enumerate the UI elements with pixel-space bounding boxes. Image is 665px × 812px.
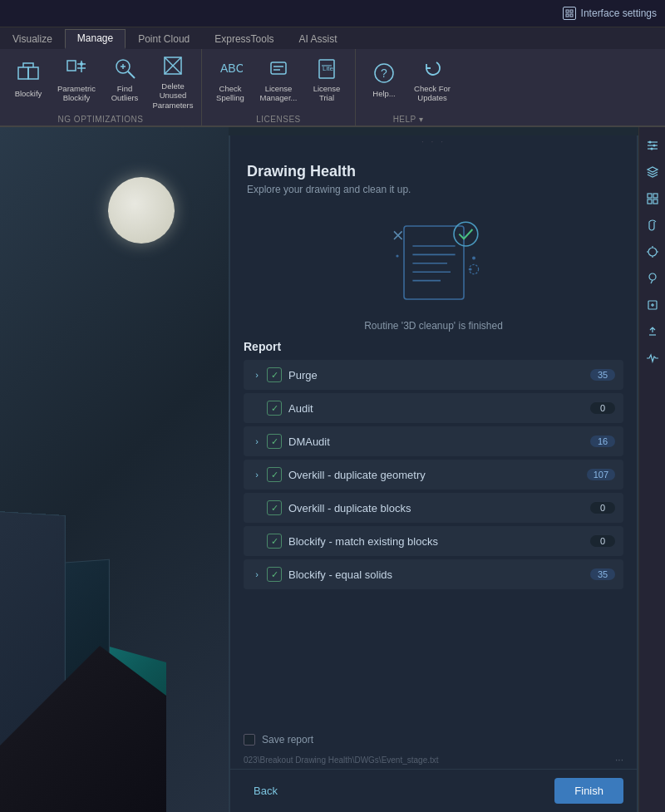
report-item-dmaudit[interactable]: › ✓ DMAudit 16 (244, 426, 623, 456)
item-label-blockify-equal: Blockify - equal solids (288, 568, 590, 581)
item-count-blockify-equal: 35 (590, 568, 615, 580)
drawing-health-panel: · · · Drawing Health Explore your drawin… (229, 135, 638, 812)
item-label-dmaudit: DMAudit (288, 436, 590, 448)
svg-rect-32 (648, 199, 652, 204)
back-button[interactable]: Back (244, 780, 288, 802)
check-icon-overkill-blocks: ✓ (267, 500, 282, 515)
blockify-button[interactable]: Blockify (5, 49, 52, 109)
ribbon-group-licenses: ABC Check Spelling License Manager... (202, 49, 356, 125)
ribbon-group-help: ? Help... Check For Updates HELP ▾ (356, 49, 461, 125)
help-group-label: HELP ▾ (361, 113, 456, 125)
tab-visualize[interactable]: Visualize (0, 29, 65, 49)
delete-unused-params-icon (160, 52, 186, 79)
drawing-shapes (0, 127, 229, 812)
sliders-icon[interactable] (641, 134, 664, 157)
grid-icon[interactable] (641, 187, 664, 210)
report-item-blockify-match[interactable]: › ✓ Blockify - match existing blocks 0 (244, 526, 623, 556)
tab-manage[interactable]: Manage (65, 29, 126, 49)
help-button[interactable]: ? Help... (361, 49, 407, 109)
svg-rect-4 (18, 67, 28, 79)
check-icon-audit: ✓ (267, 401, 282, 416)
svg-rect-6 (67, 61, 76, 71)
ribbon-group-items-optimizations: Blockify Parametric Blockify (5, 49, 196, 113)
item-count-dmaudit: 16 (590, 436, 615, 447)
delete-unused-params-label: Delete Unused Parameters (151, 81, 195, 110)
top-bar: Interface settings (0, 0, 665, 27)
check-spelling-label: Check Spelling (209, 84, 252, 103)
help-label: Help... (372, 89, 395, 98)
file-path-text: 023\Breakout Drawing Health\DWGs\Event_s… (244, 755, 610, 765)
interface-settings-link[interactable]: Interface settings (563, 7, 657, 20)
parametric-blockify-label: Parametric Blockify (55, 84, 98, 103)
delete-unused-params-button[interactable]: Delete Unused Parameters (150, 49, 196, 113)
item-label-purge: Purge (288, 369, 590, 381)
licenses-group-label: LICENSES (207, 113, 350, 125)
license-trial-button[interactable]: Lite License Trial (303, 49, 350, 109)
check-icon-overkill-geom: ✓ (267, 467, 282, 482)
report-section: Report › ✓ Purge 35 › ✓ Audit 0 › ✓ DMAu… (230, 337, 637, 729)
svg-rect-31 (653, 194, 658, 198)
item-label-audit: Audit (288, 402, 590, 415)
save-report-checkbox[interactable] (244, 734, 255, 746)
tab-expresstools[interactable]: ExpressTools (202, 29, 286, 49)
item-count-overkill-geom: 107 (587, 469, 615, 480)
find-outliers-label: Find Outliers (103, 84, 146, 103)
check-icon-dmaudit: ✓ (267, 434, 282, 449)
svg-point-34 (648, 248, 657, 256)
license-manager-button[interactable]: License Manager... (255, 49, 302, 109)
parametric-blockify-button[interactable]: Parametric Blockify (53, 49, 100, 109)
svg-text:ABC: ABC (220, 62, 243, 75)
render-icon[interactable] (641, 240, 664, 263)
tab-pointcloud[interactable]: Point Cloud (126, 29, 202, 49)
svg-rect-3 (570, 14, 573, 17)
illustration-svg (367, 209, 500, 317)
moon-shape (108, 177, 175, 244)
blockify-icon (15, 60, 42, 86)
check-spelling-button[interactable]: ABC Check Spelling (207, 49, 254, 109)
file-path-options[interactable]: ··· (615, 754, 623, 765)
pulse-icon[interactable] (641, 347, 664, 370)
check-for-updates-label: Check For Updates (411, 84, 454, 103)
ribbon-group-items-help: ? Help... Check For Updates (361, 49, 456, 113)
svg-point-27 (648, 141, 651, 144)
tab-aiassist[interactable]: AI Assist (287, 29, 350, 49)
item-count-blockify-match: 0 (590, 535, 615, 547)
find-outliers-button[interactable]: Find Outliers (101, 49, 148, 109)
license-manager-label: License Manager... (257, 84, 300, 103)
report-item-purge[interactable]: › ✓ Purge 35 (244, 360, 623, 390)
svg-point-49 (472, 256, 475, 259)
interface-settings-label: Interface settings (581, 7, 657, 19)
report-title: Report (244, 337, 623, 353)
finish-button[interactable]: Finish (554, 778, 623, 804)
check-for-updates-icon (419, 55, 446, 81)
layers-icon[interactable] (641, 160, 664, 184)
attach-icon[interactable] (641, 214, 664, 237)
file-path-row: 023\Breakout Drawing Health\DWGs\Event_s… (230, 750, 637, 769)
balloon-icon[interactable] (641, 267, 664, 290)
svg-point-48 (396, 254, 398, 257)
item-label-blockify-match: Blockify - match existing blocks (288, 535, 590, 548)
panel-drag-handle[interactable]: · · · (230, 135, 637, 148)
svg-point-47 (454, 222, 478, 246)
report-item-blockify-equal[interactable]: › ✓ Blockify - equal solids 35 (244, 559, 623, 589)
parametric-blockify-icon (63, 55, 90, 81)
svg-rect-2 (566, 14, 569, 17)
illustration-area: Routine '3D cleanup' is finished (230, 200, 637, 337)
help-icon: ? (371, 60, 397, 86)
svg-rect-1 (570, 10, 573, 12)
check-icon-blockify-equal: ✓ (267, 567, 282, 582)
check-icon-blockify-match: ✓ (267, 534, 282, 549)
blockify-label: Blockify (15, 89, 42, 98)
check-for-updates-button[interactable]: Check For Updates (409, 49, 456, 109)
license-trial-label: License Trial (305, 84, 348, 103)
report-item-audit[interactable]: › ✓ Audit 0 (244, 393, 623, 423)
ribbon-tabs: Visualize Manage Point Cloud ExpressTool… (0, 27, 665, 49)
find-outliers-icon (111, 55, 138, 81)
report-item-overkill-blocks[interactable]: › ✓ Overkill - duplicate blocks 0 (244, 493, 623, 523)
chevron-purge: › (252, 370, 262, 380)
wrench-icon[interactable] (641, 293, 664, 317)
panel-footer: Back Finish (230, 769, 637, 812)
upload-icon[interactable] (641, 320, 664, 343)
report-item-overkill-geom[interactable]: › ✓ Overkill - duplicate geometry 107 (244, 460, 623, 490)
svg-rect-0 (566, 10, 569, 12)
